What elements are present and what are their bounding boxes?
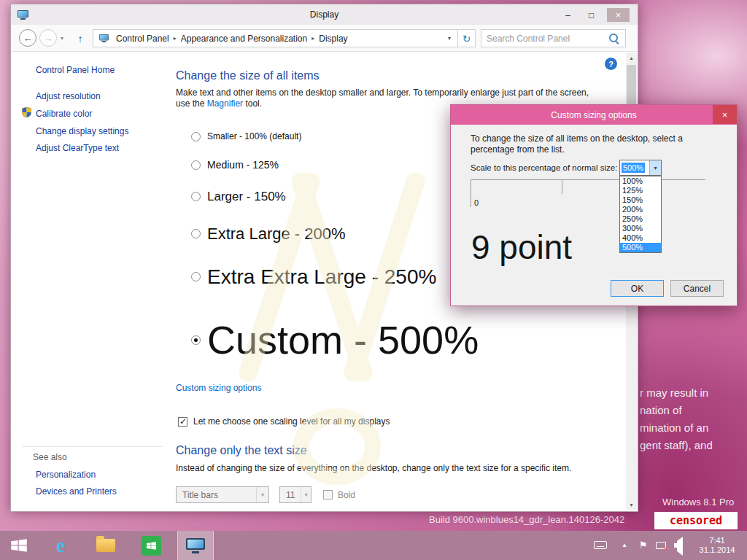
bold-label[interactable]: Bold	[338, 490, 355, 500]
up-button[interactable]: ↑	[72, 31, 88, 47]
recent-pages-dropdown[interactable]: ▾	[61, 35, 63, 42]
combobox-value[interactable]: 500%	[620, 160, 649, 175]
font-size-dropdown[interactable]: 11 ▾	[279, 486, 311, 503]
build-watermark: Build 9600.winblues14_gdr_lean.140126-20…	[429, 514, 624, 525]
radio-option-custom[interactable]: Custom - 500%	[191, 311, 479, 369]
radio-icon[interactable]	[191, 160, 201, 170]
chevron-down-icon[interactable]: ▾	[256, 487, 268, 502]
address-bar[interactable]: Control Panel ▸ Appearance and Personali…	[93, 29, 458, 47]
refresh-button[interactable]: ↻	[457, 29, 476, 47]
dialog-close-button[interactable]: ×	[713, 105, 737, 124]
item-dropdown-value[interactable]: Title bars	[177, 490, 256, 500]
scaling-checkbox-row[interactable]: Let me choose one scaling level for all …	[178, 416, 390, 427]
clock-date: 31.1.2014	[694, 545, 740, 555]
dropdown-option[interactable]: 100%	[620, 176, 661, 186]
dropdown-option[interactable]: 300%	[620, 224, 661, 233]
radio-selected-icon[interactable]	[191, 335, 201, 345]
chevron-down-icon[interactable]: ▾	[301, 487, 311, 502]
text-size-controls: Title bars ▾ 11 ▾ Bold	[176, 486, 355, 503]
radio-label[interactable]: Extra Large - 200%	[207, 225, 346, 244]
display-status-icon[interactable]	[656, 542, 666, 549]
taskbar-clock[interactable]: 7:41 31.1.2014	[694, 536, 740, 555]
ruler-line	[471, 179, 705, 180]
window-title: Display	[11, 9, 638, 20]
uac-shield-icon	[22, 107, 31, 120]
font-size-dropdown-value[interactable]: 11	[280, 490, 301, 500]
radio-label[interactable]: Smaller - 100% (default)	[207, 131, 301, 141]
radio-label[interactable]: Larger - 150%	[207, 190, 286, 204]
sidebar-adjust-resolution[interactable]: Adjust resolution	[36, 91, 101, 101]
magnifier-link[interactable]: Magnifier	[207, 98, 243, 109]
radio-label[interactable]: Custom - 500%	[207, 317, 479, 362]
dropdown-option-selected[interactable]: 500%	[620, 243, 661, 252]
item-dropdown[interactable]: Title bars ▾	[176, 486, 269, 503]
touch-keyboard-icon[interactable]	[594, 541, 607, 549]
sidebar-calibrate-color[interactable]: Calibrate color	[36, 109, 92, 119]
sidebar-devices-and-printers[interactable]: Devices and Printers	[36, 486, 117, 497]
dropdown-option[interactable]: 400%	[620, 233, 661, 243]
address-dropdown-icon[interactable]: ▾	[448, 35, 454, 42]
window-titlebar[interactable]: Display – □ ×	[11, 4, 638, 25]
ruler-tick	[471, 179, 471, 207]
checkbox-checked-icon[interactable]	[178, 417, 187, 427]
radio-option-smaller[interactable]: Smaller - 100% (default)	[191, 130, 301, 143]
cancel-button[interactable]: Cancel	[670, 280, 724, 297]
search-input[interactable]	[481, 34, 609, 44]
back-button[interactable]: ←	[19, 29, 36, 47]
background-text-line: r may result in	[640, 384, 713, 402]
radio-option-medium[interactable]: Medium - 125%	[191, 157, 279, 173]
radio-label[interactable]: Extra Extra Large - 250%	[207, 265, 436, 289]
dialog-titlebar[interactable]: Custom sizing options	[451, 105, 737, 125]
checkbox-icon[interactable]	[323, 490, 333, 499]
file-explorer-button[interactable]	[88, 531, 124, 560]
radio-icon[interactable]	[191, 132, 201, 141]
show-hidden-icons-button[interactable]: ▲	[622, 542, 627, 548]
combobox-selected-text: 500%	[622, 163, 645, 173]
radio-icon[interactable]	[191, 192, 201, 201]
forward-button[interactable]: →	[39, 29, 57, 47]
help-button[interactable]: ?	[605, 58, 617, 70]
maximize-button[interactable]: □	[581, 8, 601, 22]
radio-option-extra-extra-large[interactable]: Extra Extra Large - 250%	[191, 261, 436, 292]
store-button[interactable]	[133, 531, 169, 560]
dropdown-option[interactable]: 250%	[620, 214, 661, 224]
radio-icon[interactable]	[191, 229, 201, 238]
breadcrumb-display[interactable]: Display	[314, 34, 352, 44]
search-icon[interactable]	[609, 34, 619, 44]
internet-explorer-button[interactable]: e	[42, 531, 79, 560]
action-center-flag-icon[interactable]: ⚑	[639, 540, 648, 551]
sidebar-control-panel-home[interactable]: Control Panel Home	[36, 65, 115, 75]
minimize-button[interactable]: –	[558, 8, 578, 22]
start-button[interactable]	[0, 531, 38, 560]
search-box[interactable]	[481, 29, 626, 47]
sidebar-personalization[interactable]: Personalization	[36, 470, 96, 480]
intro-line1: Make text and other items on the desktop…	[176, 88, 589, 98]
dropdown-option[interactable]: 200%	[620, 205, 661, 214]
display-settings-taskbar-button[interactable]	[177, 531, 214, 560]
bold-checkbox-row[interactable]: Bold	[323, 490, 355, 500]
custom-sizing-options-link[interactable]: Custom sizing options	[176, 383, 261, 393]
sidebar-adjust-cleartype[interactable]: Adjust ClearType text	[36, 143, 119, 153]
chevron-down-icon[interactable]: ▾	[649, 160, 661, 175]
scroll-down-button[interactable]: ▾	[626, 499, 637, 510]
background-text-line: mination of an	[640, 419, 713, 437]
close-button[interactable]: ×	[607, 8, 630, 22]
radio-icon[interactable]	[191, 272, 201, 281]
checkbox-label[interactable]: Let me choose one scaling level for all …	[193, 416, 390, 427]
dropdown-option[interactable]: 125%	[620, 186, 661, 195]
forward-icon: →	[44, 33, 53, 44]
dropdown-option[interactable]: 150%	[620, 195, 661, 205]
sidebar-divider	[23, 446, 163, 447]
radio-label[interactable]: Medium - 125%	[207, 159, 279, 171]
radio-option-larger[interactable]: Larger - 150%	[191, 187, 286, 206]
see-also-header: See also	[33, 452, 67, 462]
scroll-up-button[interactable]: ▴	[626, 52, 637, 63]
ok-button[interactable]: OK	[611, 280, 664, 297]
scale-percentage-combobox[interactable]: 500% ▾	[619, 160, 662, 176]
censored-label: censored	[654, 512, 738, 529]
radio-option-extra-large[interactable]: Extra Large - 200%	[191, 221, 346, 246]
sidebar-change-display-settings[interactable]: Change display settings	[36, 126, 128, 136]
breadcrumb-control-panel[interactable]: Control Panel	[112, 34, 174, 44]
volume-icon[interactable]	[677, 541, 683, 551]
breadcrumb-appearance[interactable]: Appearance and Personalization	[177, 34, 311, 44]
